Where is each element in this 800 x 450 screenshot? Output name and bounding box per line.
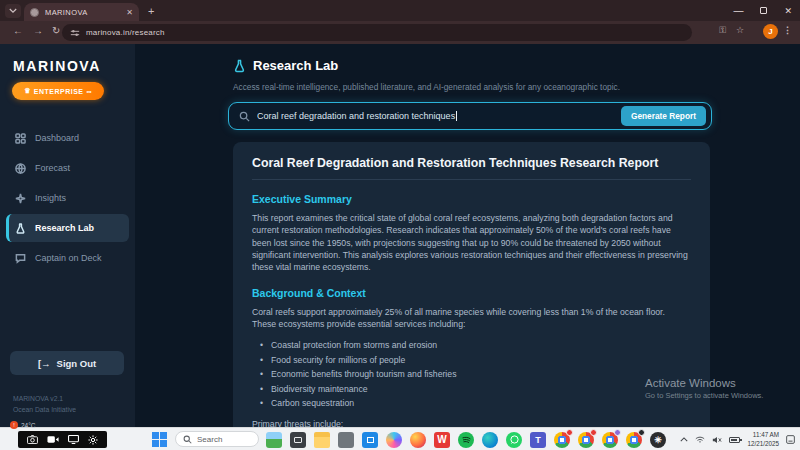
generate-report-button[interactable]: Generate Report <box>621 106 706 126</box>
ms-store-icon[interactable] <box>362 432 378 448</box>
back-button[interactable]: ← <box>13 25 23 36</box>
sidebar-item-insights[interactable]: Insights <box>6 184 129 212</box>
task-view-icon[interactable] <box>290 432 306 448</box>
list-item: •Biodiversity maintenance <box>252 382 691 396</box>
site-settings-icon <box>70 29 80 37</box>
search-placeholder: Search <box>197 435 222 444</box>
search-icon <box>183 435 192 444</box>
system-tray: 11:47 AM 12/21/2025 <box>680 428 795 450</box>
taskbar-clock[interactable]: 11:47 AM 12/21/2025 <box>747 431 779 448</box>
marinova-app: MARINOVA ♛ ENTERPRISE ∞ Dashboard Foreca… <box>0 44 800 427</box>
browser-tabstrip: MARINOVA ✕ + — ✕ <box>0 0 800 21</box>
window-minimize-button[interactable]: — <box>733 5 743 16</box>
weather-widget[interactable]: ! 24°C <box>10 421 36 429</box>
search-icon <box>239 111 250 122</box>
taskbar-search-input[interactable]: Search <box>175 431 259 447</box>
sidebar-item-label: Captain on Deck <box>35 253 102 263</box>
report-title: Coral Reef Degradation and Restoration T… <box>252 156 691 180</box>
query-text: Coral reef degradation and restoration t… <box>257 111 614 122</box>
flask-icon <box>233 59 246 73</box>
sidebar-item-dashboard[interactable]: Dashboard <box>6 124 129 152</box>
volume-muted-icon[interactable] <box>712 436 722 444</box>
copilot-icon[interactable] <box>386 432 402 448</box>
list-item: •Coastal protection from storms and eros… <box>252 338 691 352</box>
notification-badge <box>638 429 645 436</box>
chrome-profile-1-icon[interactable] <box>554 432 570 448</box>
notification-badge <box>590 429 597 436</box>
sidebar-item-research-lab[interactable]: Research Lab <box>6 214 129 242</box>
whatsapp-icon[interactable] <box>506 432 522 448</box>
window-maximize-button[interactable] <box>760 7 767 14</box>
truncated-line: Primary threats include: <box>252 418 691 427</box>
infinity-icon: ∞ <box>87 88 93 95</box>
forward-button[interactable]: → <box>33 25 43 36</box>
sidebar-footer: MARINOVA v2.1 Ocean Data Initiative <box>13 394 76 416</box>
chrome-profile-3-icon[interactable] <box>602 432 618 448</box>
page-title: Research Lab <box>253 58 338 73</box>
tab-close-icon[interactable]: ✕ <box>126 8 133 17</box>
gear-icon[interactable] <box>88 435 98 445</box>
spotify-icon[interactable] <box>458 432 474 448</box>
windows-start-icon[interactable] <box>152 432 167 447</box>
sidebar-item-captain-on-deck[interactable]: Captain on Deck <box>6 244 129 272</box>
bookmark-star-icon[interactable]: ☆ <box>736 25 744 35</box>
reload-button[interactable]: ↻ <box>52 25 60 36</box>
research-query-input[interactable]: Coral reef degradation and restoration t… <box>228 102 712 130</box>
enterprise-badge[interactable]: ♛ ENTERPRISE ∞ <box>12 82 104 100</box>
clock-time: 11:47 AM <box>747 431 779 440</box>
video-camera-icon[interactable] <box>47 435 59 444</box>
wps-office-icon[interactable]: W <box>434 432 450 448</box>
url-text: marinova.in/research <box>86 28 165 37</box>
app-tagline: Ocean Data Initiative <box>13 405 76 416</box>
globe-icon <box>15 163 26 174</box>
sidebar-item-label: Dashboard <box>35 133 79 143</box>
sparkles-icon <box>15 193 26 204</box>
browser-menu-icon[interactable]: ⋮ <box>783 25 792 35</box>
sidebar-item-label: Insights <box>35 193 66 203</box>
password-key-icon[interactable]: ⚿ <box>719 25 726 36</box>
activate-windows-watermark: Activate Windows Go to Settings to activ… <box>645 377 763 400</box>
chrome-profile-4-icon[interactable] <box>626 432 642 448</box>
file-explorer-icon[interactable] <box>314 432 330 448</box>
camera-icon[interactable] <box>27 435 38 444</box>
sign-out-button[interactable]: [→ Sign Out <box>10 351 124 375</box>
sidebar-item-forecast[interactable]: Forecast <box>6 154 129 182</box>
sidebar-item-label: Research Lab <box>35 223 94 233</box>
tab-search-button[interactable] <box>5 4 21 18</box>
battery-icon[interactable] <box>729 437 740 443</box>
clock-date: 12/21/2025 <box>747 440 779 449</box>
new-tab-button[interactable]: + <box>148 5 154 17</box>
notification-badge <box>614 429 621 436</box>
section-heading-executive-summary: Executive Summary <box>252 193 691 205</box>
chatgpt-icon[interactable]: ✳ <box>650 432 666 448</box>
browser-toolbar: ← → ↻ marinova.in/research ⚿ ☆ J ⋮ <box>0 21 800 44</box>
notification-center-icon[interactable] <box>786 435 795 444</box>
profile-avatar[interactable]: J <box>763 24 778 39</box>
firefox-icon[interactable] <box>410 432 426 448</box>
text-caret <box>456 111 457 121</box>
sidebar-nav: Dashboard Forecast Insights Research Lab… <box>6 124 129 274</box>
browser-tab-marinova[interactable]: MARINOVA ✕ <box>24 3 139 21</box>
report-panel: Coral Reef Degradation and Restoration T… <box>233 142 710 427</box>
teams-icon[interactable]: T <box>530 432 546 448</box>
list-item: •Food security for millions of people <box>252 353 691 367</box>
globe-favicon-icon <box>30 8 39 17</box>
screen-capture-toolbar[interactable] <box>18 431 107 448</box>
trees-app-icon[interactable] <box>266 432 282 448</box>
gray-app-icon[interactable] <box>338 432 354 448</box>
section-heading-background-context: Background & Context <box>252 287 691 299</box>
app-version: MARINOVA v2.1 <box>13 394 76 405</box>
tray-chevron-up-icon[interactable] <box>680 437 688 442</box>
sign-out-label: Sign Out <box>57 358 97 369</box>
bullet-list: •Coastal protection from storms and eros… <box>252 338 691 410</box>
wifi-icon[interactable] <box>695 436 705 444</box>
edge-icon[interactable] <box>482 432 498 448</box>
brand-logo: MARINOVA <box>13 58 101 74</box>
window-close-button[interactable]: ✕ <box>784 6 792 16</box>
chrome-profile-2-icon[interactable] <box>578 432 594 448</box>
page-subtitle: Access real-time intelligence, published… <box>233 82 620 92</box>
sidebar: MARINOVA ♛ ENTERPRISE ∞ Dashboard Foreca… <box>0 44 135 427</box>
address-bar[interactable]: marinova.in/research <box>62 24 692 41</box>
monitor-icon[interactable] <box>68 435 79 444</box>
tab-title: MARINOVA <box>45 8 120 17</box>
